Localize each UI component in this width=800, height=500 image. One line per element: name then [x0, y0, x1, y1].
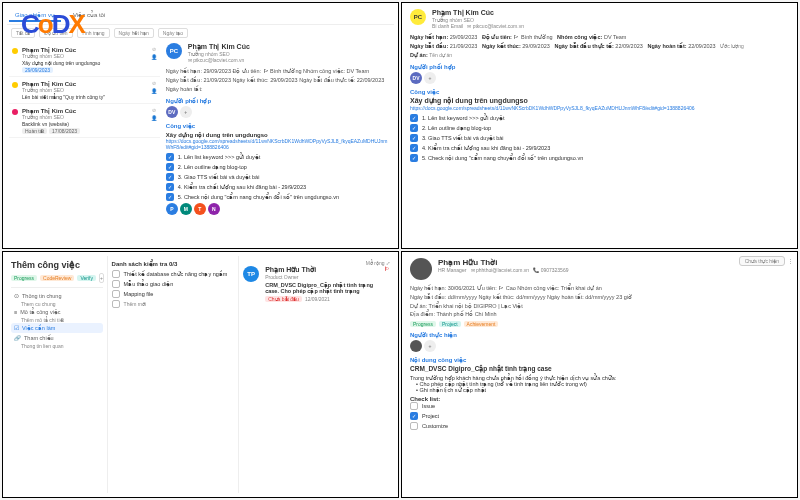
delete-icon[interactable]: ⊘: [152, 107, 156, 113]
assignee-label: Người thực hiện: [410, 331, 789, 338]
tag[interactable]: Progress: [11, 275, 37, 281]
add-collaborator[interactable]: +: [180, 106, 192, 118]
checkbox[interactable]: [410, 402, 418, 410]
tag[interactable]: Verify: [77, 275, 96, 281]
checkbox[interactable]: [112, 280, 120, 288]
email-label: Bí danh Email: [432, 23, 463, 29]
checkbox[interactable]: [112, 300, 120, 308]
check-label: Issue: [422, 403, 435, 409]
item-date: 29/09/2023: [22, 67, 53, 73]
status-badge: Hoàn tất: [22, 128, 47, 134]
nav-general[interactable]: ⊙ Thông tin chung: [11, 291, 103, 301]
collaborator-avatar[interactable]: DV: [410, 72, 422, 84]
checkbox[interactable]: ✓: [166, 193, 174, 201]
item-task: Xây dựng nội dung trên ungdungso: [22, 60, 147, 66]
checkbox[interactable]: ✓: [166, 173, 174, 181]
item-role: Trưởng nhóm SEO: [22, 87, 147, 93]
checkbox[interactable]: ✓: [166, 183, 174, 191]
item-task: Lên bài viết mảng "Quy trình công ty": [22, 94, 147, 100]
avatar[interactable]: N: [208, 203, 220, 215]
panel-task-detail-full: PC Phạm Thị Kim Cúc Trưởng nhóm SEO Bí d…: [401, 2, 798, 249]
check-label: Project: [422, 413, 439, 419]
author-role: Product Owner: [265, 274, 378, 280]
avatar[interactable]: T: [194, 203, 206, 215]
check-label: Thiết kế database chức năng chạy ngầm: [124, 271, 228, 277]
assignee-avatar[interactable]: [410, 340, 422, 352]
filter-due[interactable]: Ngày hết hạn: [114, 28, 154, 38]
doc-link[interactable]: https://docs.google.com/spreadsheets/d/1…: [166, 138, 390, 150]
profile-email: phhthoi@lacviet.com.vn: [476, 267, 529, 273]
delete-icon[interactable]: ⊘: [152, 46, 156, 52]
panel-add-task: Thêm công việc Progress CodeReview Verif…: [2, 251, 399, 498]
checklist: ✓1. Lên list keyword >>> gửi duyệt ✓2. L…: [166, 153, 390, 201]
check-label: 4. Kiểm tra chất lượng sau khi đăng bài …: [422, 145, 550, 151]
filter-created[interactable]: Ngày tạo: [158, 28, 188, 38]
work-label: Công việc: [166, 122, 390, 129]
tag[interactable]: CodeReview: [40, 275, 74, 281]
nav-ref[interactable]: 🔗 Tham chiếu: [11, 333, 103, 343]
add-check[interactable]: Thêm mới: [124, 301, 146, 307]
tag[interactable]: Project: [439, 321, 461, 327]
checkbox[interactable]: ✓: [410, 134, 418, 142]
status-button[interactable]: Chưa thực hiện: [739, 256, 785, 266]
check-label: Mapping file: [124, 291, 154, 297]
list-item[interactable]: Phạm Thị Kim Cúc Trưởng nhóm SEO Xây dựn…: [9, 43, 160, 77]
checkbox[interactable]: ✓: [410, 144, 418, 152]
status-dot: [12, 109, 18, 115]
checklist: ✓1. Lên list keyword >>> gửi duyệt ✓2. L…: [410, 114, 789, 162]
check-label: 3. Giao TTS viết bài và duyệt bài: [422, 135, 504, 141]
nav-desc[interactable]: ≡ Mô tả công việc: [11, 307, 103, 317]
checkbox[interactable]: ✓: [410, 412, 418, 420]
status-dot: [12, 82, 18, 88]
add-tag[interactable]: +: [99, 273, 104, 283]
doc-link[interactable]: https://docs.google.com/spreadsheets/d/1…: [410, 105, 789, 111]
tag[interactable]: Achievement: [464, 321, 499, 327]
checklist-editor: Danh sách kiểm tra 0/3 Thiết kế database…: [108, 256, 240, 493]
checkbox[interactable]: ✓: [410, 124, 418, 132]
add-task-sidebar: Thêm công việc Progress CodeReview Verif…: [7, 256, 108, 493]
collaborators-label: Người phối hợp: [410, 63, 789, 70]
list-item[interactable]: Phạm Thị Kim Cúc Trưởng nhóm SEO Lên bài…: [9, 77, 160, 104]
check-label: 5. Check nội dung "cẩm nang chuyển đổi s…: [178, 194, 339, 200]
check-label: Mẫu thảo giao diện: [124, 281, 174, 287]
checkbox[interactable]: [112, 290, 120, 298]
task-title: Xây dựng nội dung trên ungdungso: [166, 131, 390, 138]
profile-photo: [410, 258, 432, 280]
add-task-title: Thêm công việc: [11, 260, 103, 270]
nav-todo[interactable]: ☑ Việc cần làm: [11, 323, 103, 333]
task-title: Xây dựng nội dung trên ungdungso: [410, 97, 789, 105]
item-user: Phạm Thị Kim Cúc: [22, 107, 147, 114]
check-label: 5. Check nội dung "cẩm nang chuyển đổi s…: [422, 155, 583, 161]
avatar[interactable]: P: [166, 203, 178, 215]
checkbox[interactable]: ✓: [410, 114, 418, 122]
avatar[interactable]: M: [180, 203, 192, 215]
tag[interactable]: Progress: [410, 321, 436, 327]
meta-row: Ngày bắt đầu: 21/09/2023 Ngày kết thúc: …: [166, 76, 390, 94]
task-preview: Mở rộng ⤢ TP Phạm Hữu Thời Product Owner…: [239, 256, 394, 493]
status-dot: [12, 48, 18, 54]
avatar: PC: [410, 9, 426, 25]
checkbox[interactable]: ✓: [410, 154, 418, 162]
add-collaborator[interactable]: +: [424, 72, 436, 84]
more-icon[interactable]: ⋮: [788, 258, 793, 264]
checkbox[interactable]: [112, 270, 120, 278]
avatar: TP: [243, 266, 259, 282]
add-assignee[interactable]: +: [424, 340, 436, 352]
check-label: 1. Lên list keyword >>> gửi duyệt: [422, 115, 504, 121]
checkbox[interactable]: ✓: [166, 153, 174, 161]
collaborators-label: Người phối hợp: [166, 97, 390, 104]
item-user: Phạm Thị Kim Cúc: [22, 80, 147, 87]
list-item[interactable]: Phạm Thị Kim Cúc Trưởng nhóm SEO Backlin…: [9, 104, 160, 138]
meta-row: Ngày hết hạn: 29/09/2023 Độ ưu tiên: 🏳 B…: [166, 67, 390, 76]
reaction-avatars: P M T N: [166, 203, 390, 215]
checkbox[interactable]: ✓: [166, 163, 174, 171]
meta-row: Ngày bắt đầu: 21/09/2023 Ngày kết thúc: …: [410, 42, 789, 51]
collaborator-avatar[interactable]: DV: [166, 106, 178, 118]
delete-icon[interactable]: ⊘: [152, 80, 156, 86]
logo: CoDX: [21, 9, 84, 40]
flag-icon[interactable]: 🏳: [384, 266, 390, 272]
work-label: Công việc: [410, 88, 789, 95]
check-label: 3. Giao TTS viết bài và duyệt bài: [178, 174, 260, 180]
checkbox[interactable]: [410, 422, 418, 430]
task-detail: PC Phạm Thị Kim Cúc Trưởng nhóm SEO ✉ pt…: [162, 41, 394, 217]
